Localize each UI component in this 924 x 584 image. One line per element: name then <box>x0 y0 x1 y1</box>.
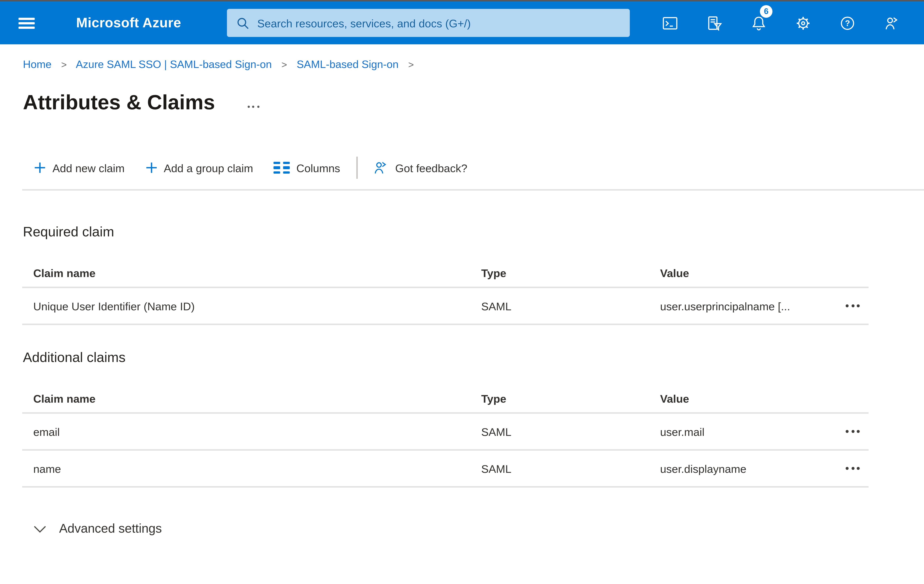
notifications-button[interactable]: 6 <box>744 2 773 44</box>
breadcrumb-separator: > <box>61 59 67 70</box>
claim-type-cell: SAML <box>481 299 660 312</box>
col-value: Value <box>660 392 827 405</box>
advanced-settings-toggle[interactable]: Advanced settings <box>33 518 162 539</box>
page-header: Attributes & Claims <box>23 86 924 119</box>
col-type: Type <box>481 267 660 279</box>
ellipsis-icon <box>846 430 849 433</box>
svg-text:?: ? <box>845 18 850 27</box>
top-bar-actions: 6 ? <box>655 2 921 44</box>
plus-icon <box>145 162 157 174</box>
window-top-edge <box>0 0 924 2</box>
person-feedback-icon <box>372 160 389 176</box>
additional-claims-heading: Additional claims <box>23 349 125 366</box>
breadcrumb-signon-link[interactable]: SAML-based Sign-on <box>297 58 398 70</box>
hamburger-icon <box>18 18 35 20</box>
feedback-button[interactable] <box>877 2 906 44</box>
col-value: Value <box>660 267 827 279</box>
search-input[interactable] <box>257 16 621 29</box>
settings-button[interactable] <box>788 2 818 44</box>
columns-button[interactable]: Columns <box>274 161 340 174</box>
claim-name-cell: name <box>22 462 481 475</box>
help-button[interactable]: ? <box>832 2 862 44</box>
col-type: Type <box>481 392 660 405</box>
col-claim-name: Claim name <box>22 392 481 405</box>
chevron-down-icon <box>33 525 46 533</box>
required-claim-heading: Required claim <box>23 224 114 240</box>
directory-filter-button[interactable] <box>699 2 729 44</box>
table-header-row: Claim name Type Value <box>22 384 869 414</box>
toolbar-rule <box>22 189 924 191</box>
azure-portal-window: Microsoft Azure <box>0 0 924 584</box>
required-claim-table: Claim name Type Value Unique User Identi… <box>22 258 869 325</box>
search-icon <box>236 16 250 30</box>
gear-icon <box>794 15 811 31</box>
got-feedback-button[interactable]: Got feedback? <box>372 160 467 176</box>
breadcrumb-home-link[interactable]: Home <box>23 58 51 70</box>
person-feedback-icon <box>883 15 900 31</box>
directory-filter-icon <box>706 15 723 31</box>
row-more-options-button[interactable] <box>846 467 860 470</box>
table-row: name SAML user.displayname <box>22 451 869 488</box>
ellipsis-icon <box>846 304 849 307</box>
hamburger-menu-button[interactable] <box>18 18 35 29</box>
row-more-options-button[interactable] <box>846 304 860 307</box>
blade-context-menu-button[interactable] <box>248 105 259 107</box>
claim-name-cell: Unique User Identifier (Name ID) <box>22 299 481 312</box>
table-header-row: Claim name Type Value <box>22 258 869 288</box>
cloud-shell-icon <box>661 15 678 31</box>
cloud-shell-button[interactable] <box>655 2 685 44</box>
page-title: Attributes & Claims <box>23 91 215 115</box>
claim-value-cell: user.displayname <box>660 462 827 475</box>
additional-claims-table: Claim name Type Value email SAML user.ma… <box>22 384 869 488</box>
claim-type-cell: SAML <box>481 425 660 438</box>
row-more-options-button[interactable] <box>846 430 860 433</box>
columns-icon <box>274 161 290 174</box>
plus-icon <box>34 162 46 174</box>
global-search-box <box>227 9 630 37</box>
azure-top-bar: Microsoft Azure <box>0 2 924 44</box>
claim-type-cell: SAML <box>481 462 660 475</box>
breadcrumb-app-link[interactable]: Azure SAML SSO | SAML-based Sign-on <box>76 58 272 70</box>
help-circle-icon: ? <box>839 15 856 31</box>
command-bar: Add new claim Add a group claim Columns … <box>34 155 488 180</box>
ellipsis-icon <box>248 105 250 107</box>
claim-name-cell: email <box>22 425 481 438</box>
microsoft-azure-home-link[interactable]: Microsoft Azure <box>76 2 181 44</box>
claim-value-cell: user.userprincipalname [... <box>660 299 827 312</box>
claim-value-cell: user.mail <box>660 425 827 438</box>
breadcrumb-separator: > <box>281 59 287 70</box>
add-new-claim-button[interactable]: Add new claim <box>34 161 125 174</box>
notification-count-badge: 6 <box>760 5 772 18</box>
table-row: Unique User Identifier (Name ID) SAML us… <box>22 288 869 325</box>
toolbar-divider <box>356 156 358 179</box>
breadcrumb: Home > Azure SAML SSO | SAML-based Sign-… <box>23 58 421 70</box>
breadcrumb-separator: > <box>408 59 414 70</box>
add-group-claim-button[interactable]: Add a group claim <box>145 161 253 174</box>
col-claim-name: Claim name <box>22 267 481 279</box>
table-row: email SAML user.mail <box>22 414 869 451</box>
ellipsis-icon <box>846 467 849 470</box>
